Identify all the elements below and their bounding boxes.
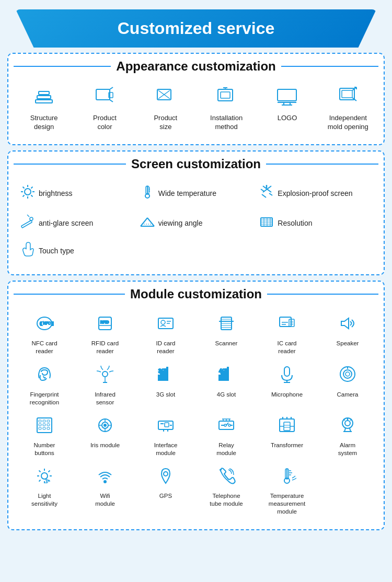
module-section: Module customization (( NFC )) NFC cardr…	[7, 281, 385, 530]
module-item-wifi: Wifimodule	[76, 463, 134, 519]
svg-line-4	[110, 87, 113, 89]
svg-point-102	[345, 372, 350, 376]
svg-rect-65	[158, 318, 173, 329]
svg-rect-14	[278, 89, 296, 101]
module-item-relay: Relaymodule	[198, 413, 255, 460]
screen-item-antiglare: anti-glare screen	[20, 214, 133, 233]
appearance-item-size: Productsize	[140, 85, 192, 132]
module-item-idcard: ID cardreader	[137, 311, 194, 358]
svg-line-48	[27, 215, 29, 217]
header-banner: Customized service	[16, 9, 376, 48]
svg-line-43	[261, 189, 264, 191]
svg-rect-109	[39, 424, 41, 426]
svg-point-101	[343, 370, 352, 378]
svg-rect-0	[36, 100, 52, 103]
svg-line-161	[49, 480, 50, 481]
svg-rect-96	[225, 369, 226, 380]
module-item-infrared: Infraredsensor	[76, 362, 134, 409]
svg-point-25	[25, 189, 31, 195]
svg-point-117	[104, 424, 106, 426]
svg-rect-93	[219, 375, 220, 380]
screen-item-explosion: Explosion-proof screen	[259, 184, 372, 203]
svg-rect-91	[167, 367, 168, 380]
module-item-microphone: Microphone	[258, 362, 316, 409]
svg-point-130	[224, 424, 226, 426]
svg-line-31	[31, 195, 33, 196]
svg-line-32	[31, 187, 33, 188]
svg-rect-97	[227, 367, 228, 380]
appearance-item-install: Installationmethod	[200, 85, 252, 132]
module-item-tempmeasure: Temperaturemeasurementmodule	[258, 463, 316, 519]
appearance-item-logo: LOGO	[261, 85, 313, 123]
screen-section: Screen customization brightness	[7, 150, 385, 275]
module-item-fingerprint: Fingerprintrecognition	[16, 362, 73, 409]
appearance-item-color: Productcolor	[78, 85, 131, 132]
svg-rect-114	[47, 427, 50, 429]
svg-rect-10	[218, 89, 233, 101]
screen-item-touch: Touch type	[20, 241, 372, 261]
svg-point-148	[345, 421, 350, 426]
svg-line-50	[141, 218, 147, 226]
svg-rect-94	[221, 373, 222, 380]
svg-rect-88	[160, 373, 162, 380]
svg-rect-106	[39, 420, 41, 422]
svg-rect-124	[165, 423, 169, 427]
module-item-nfc: (( NFC )) NFC cardreader	[16, 311, 73, 358]
screen-title: Screen customization	[14, 157, 378, 171]
screen-item-brightness: brightness	[20, 184, 133, 203]
svg-rect-46	[21, 220, 32, 228]
module-item-scanner: Scanner	[198, 311, 255, 358]
appearance-item-structure: Structuredesign	[18, 85, 70, 132]
svg-rect-95	[223, 371, 224, 380]
appearance-item-mold: Independentmold opening	[322, 85, 374, 132]
svg-marker-82	[341, 318, 349, 329]
svg-line-45	[262, 194, 266, 197]
svg-rect-110	[43, 424, 45, 426]
module-item-iris: Iris module	[76, 413, 134, 460]
svg-line-162	[49, 470, 50, 472]
module-item-telephone: Telephonetube module	[198, 463, 255, 519]
module-item-rfid: RFID RFID cardreader	[76, 311, 134, 358]
svg-rect-112	[39, 427, 41, 429]
screen-item-viewangle: viewing angle	[140, 214, 253, 233]
svg-rect-98	[284, 367, 290, 376]
module-item-4g: 4G 4G slot	[198, 362, 255, 409]
svg-rect-113	[43, 427, 45, 429]
svg-line-5	[110, 100, 113, 102]
svg-rect-11	[221, 92, 230, 98]
module-item-lightsensor: Lightsensitivity	[16, 463, 73, 519]
module-item-speaker: Speaker	[319, 311, 376, 358]
svg-line-160	[39, 470, 41, 472]
module-item-transformer: Transformer	[258, 413, 316, 460]
appearance-section: Appearance customization Structuredesign	[7, 53, 385, 145]
svg-point-66	[161, 320, 165, 324]
svg-point-47	[30, 217, 33, 220]
svg-rect-90	[165, 369, 166, 380]
svg-rect-108	[47, 420, 50, 422]
svg-rect-2	[39, 91, 49, 95]
svg-point-155	[41, 473, 48, 479]
module-item-numpad: Numberbuttons	[16, 413, 73, 460]
svg-line-33	[23, 195, 25, 196]
module-item-camera: Camera	[319, 362, 376, 409]
module-item-iccard: IC cardreader	[258, 311, 316, 358]
screen-item-wide-temp: Wide temperature	[140, 184, 253, 203]
svg-line-30	[23, 187, 25, 188]
module-item-gps: GPS	[137, 463, 194, 519]
svg-rect-3	[96, 89, 110, 100]
svg-rect-20	[342, 90, 352, 98]
svg-rect-111	[47, 424, 50, 426]
module-item-interface: Interfacemodule	[137, 413, 194, 460]
svg-rect-142	[284, 422, 290, 430]
screen-item-resolution: Resolution	[259, 214, 372, 233]
svg-point-164	[104, 481, 106, 483]
svg-point-132	[228, 424, 230, 426]
svg-point-103	[340, 367, 355, 381]
svg-line-44	[269, 193, 272, 195]
svg-point-83	[102, 371, 108, 377]
appearance-title: Appearance customization	[14, 59, 378, 74]
svg-text:RFID: RFID	[100, 320, 109, 324]
svg-rect-1	[37, 96, 51, 99]
svg-point-165	[164, 472, 168, 476]
svg-line-163	[39, 480, 41, 481]
